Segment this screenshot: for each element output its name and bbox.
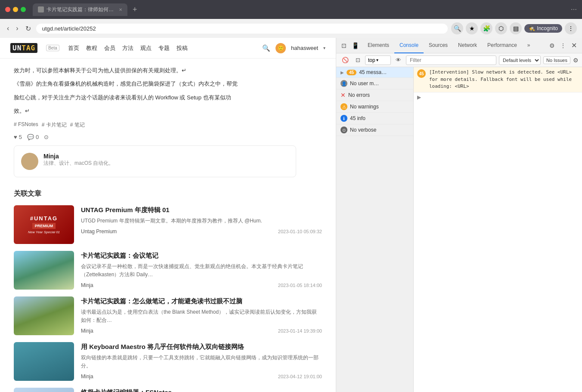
sidebar-errors[interactable]: ✕ No errors [336,90,413,101]
nav-submit[interactable]: 投稿 [176,44,188,52]
like-count: 5 [19,134,22,140]
nav-member[interactable]: 会员 [104,44,115,52]
nav-icons: 🔍 ★ 🧩 ⬡ ▤ 🕵 Incognito ⋮ [451,22,577,34]
card-meta-1: Untag Premium 2023-01-10 05:09:32 [81,228,322,235]
devtools-close-button[interactable]: ✕ [570,40,579,51]
author-bio: 法律、设计、macOS 自动化。 [43,160,114,167]
card-title-1: UNTAG Premium 年度特辑 01 [81,205,322,214]
card-summary-1: UTGD Premium 年度特辑第一期文章。本期的年度推荐为教件，推荐人 @H… [81,217,322,225]
top-context-selector[interactable]: top ▾ [365,56,391,65]
related-article-1[interactable]: #UNTAG PREMIUM New Year Special 01 UNTAG… [14,205,322,244]
main-content: UNTAG Beta 首页 教程 会员 方法 观点 专题 投稿 🔍 🙂 haha… [0,38,336,392]
devtools-toolbar: ⊡ 📱 Elements Console Sources Network Per… [336,38,582,53]
article-thumb-4 [14,342,74,381]
console-main: 45 [Intervention] Slow network is detect… [414,67,582,392]
browser-tab[interactable]: 卡片笔记实践篇：律师如何管理… ✕ [33,3,127,16]
article-info-2: 卡片笔记实践篇：会议笔记 会议记录不是一种松散，而是一次快速捕捉观点、觉生新观点… [81,251,322,290]
article-line-4: 效。↵ [14,106,296,116]
article-info-3: 卡片笔记实践篇：怎么做笔记，才能避免读书过眼不过脑 读书最远点以为是，使用空白表… [81,296,322,335]
console-clear-button[interactable]: 🚫 [340,56,351,65]
console-filter-input[interactable] [406,56,496,65]
related-article-4[interactable]: 用 Keyboard Maestro 将几乎任何软件纳入双向链接网络 双向链接的… [14,342,322,381]
new-tab-button[interactable]: + [133,5,137,14]
search-icon-btn[interactable]: 🔍 [451,22,463,34]
site-logo[interactable]: UNTAG [10,43,37,53]
site-search-button[interactable]: 🔍 [262,44,270,52]
tab-title: 卡片笔记实践篇：律师如何管理… [46,6,116,13]
dt-tab-network[interactable]: Network [453,38,482,53]
console-toolbar: 🚫 ⊡ top ▾ 👁 Default levels No Issues ⚙ [336,53,582,67]
console-message-text-1: [Intervention] Slow network is detected.… [429,69,579,90]
card-date-3: 2023-01-14 19:39:00 [278,328,322,333]
address-bar[interactable] [36,24,448,34]
minimize-window-button[interactable] [13,7,18,12]
card-author-3: Minja [81,328,93,334]
eye-button[interactable]: 👁 [393,56,403,65]
top-context-label: top [368,57,375,63]
more-tabs-button[interactable]: ⋯ [571,6,577,13]
user-menu-chevron[interactable]: ▾ [323,46,325,50]
nav-tutorial[interactable]: 教程 [86,44,97,52]
forward-button[interactable]: › [14,23,20,34]
comment-icon: 💬 [27,134,34,140]
devtools-more-button[interactable]: ⋮ [558,40,568,51]
reload-button[interactable]: ↻ [24,23,33,34]
log-level-dropdown[interactable]: Default levels [499,56,541,65]
devtools-settings-button[interactable]: ⚙ [548,40,557,51]
info-icon: ℹ [341,115,347,122]
devtools-inspect-button[interactable]: ⊡ [340,40,348,51]
devtools-device-button[interactable]: 📱 [350,40,361,51]
sidebar-warnings[interactable]: ⚠ No warnings [336,101,413,113]
related-article-5[interactable]: 终极卡片笔记编辑器：FSNotes 在卡片笔记领域，如果说 Obsidian 和… [14,388,322,392]
profile-button[interactable]: ⬡ [495,22,507,34]
more-options-button[interactable]: ⋮ [565,22,577,34]
like-icon: ♥ [14,134,17,140]
maximize-window-button[interactable] [21,7,26,12]
bookmark-button[interactable]: ★ [466,22,478,34]
card-summary-3: 读书最远点以为是，使用空白表法（the Blank Sheet Method），… [81,308,322,324]
dt-tab-elements[interactable]: Elements [362,38,394,53]
expand-message-row[interactable]: ▶ [414,93,582,102]
extensions-button[interactable]: 🧩 [480,22,492,34]
article-thumb-3 [14,296,74,335]
nav-method[interactable]: 方法 [122,44,133,52]
console-sidebar: ▶ 45 45 messa… 👤 No user m… ✕ No errors … [336,67,414,392]
tag-note[interactable]: # 笔记 [70,121,85,129]
tag-fsnotes[interactable]: # FSNotes [14,121,38,129]
console-settings-icon[interactable]: ⚙ [573,57,579,64]
all-messages-label: 45 messa… [359,69,387,75]
comment-button[interactable]: 💬 0 [27,134,39,140]
article-body: 效力时，可以参照本解释关于公司为他人提供担保的有关规则处理。↵ 《雪崩》的主角在… [0,59,310,189]
card-author-2: Minja [81,282,93,288]
related-section: 关联文章 #UNTAG PREMIUM New Year Special 01 … [0,189,336,392]
dt-tab-console[interactable]: Console [394,38,424,53]
sidebar-all-messages[interactable]: ▶ 45 45 messa… [336,67,413,78]
article-line-3: 脸红心跳，对于关注生产力这个话题的读者来说看别人的 Workflow 或 Set… [14,93,296,102]
like-button[interactable]: ♥ 5 [14,134,22,140]
related-article-2[interactable]: 卡片笔记实践篇：会议笔记 会议记录不是一种松散，而是一次快速捕捉观点、觉生新观点… [14,251,322,290]
sidebar-button[interactable]: ▤ [510,22,522,34]
sidebar-verbose[interactable]: ⊙ No verbose [336,124,413,136]
article-info-4: 用 Keyboard Maestro 将几乎任何软件纳入双向链接网络 双向链接的… [81,342,322,381]
sidebar-info[interactable]: ℹ 45 info [336,113,413,124]
dt-tab-more[interactable]: » [522,38,536,53]
warnings-label: No warnings [350,104,379,110]
dt-tab-sources[interactable]: Sources [424,38,453,53]
tab-close-button[interactable]: ✕ [119,7,122,12]
header-actions: 🔍 🙂 hahasweet ▾ [262,43,325,53]
nav-special[interactable]: 专题 [158,44,170,52]
sidebar-user-messages[interactable]: 👤 No user m… [336,78,413,90]
console-filter-button[interactable]: ⊡ [353,56,362,65]
nav-home[interactable]: 首页 [68,44,79,52]
tag-cardnote[interactable]: # 卡片笔记 [42,121,67,129]
user-messages-label: No user m… [350,80,379,86]
related-article-3[interactable]: 卡片笔记实践篇：怎么做笔记，才能避免读书过眼不过脑 读书最远点以为是，使用空白表… [14,296,322,335]
back-button[interactable]: ‹ [5,23,11,34]
no-issues-badge[interactable]: No Issues [543,56,570,64]
nav-opinion[interactable]: 观点 [140,44,152,52]
top-context-chevron: ▾ [376,58,378,62]
close-window-button[interactable] [5,7,10,12]
errors-label: No errors [348,92,370,98]
dt-tab-performance[interactable]: Performance [482,38,522,53]
share-button[interactable]: ⊙ [44,134,49,140]
